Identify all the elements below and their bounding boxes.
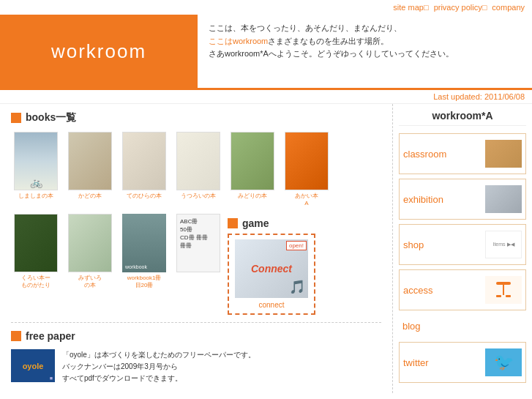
free-paper-content: oyole ■ 「oyole」は本づくりを楽しむためのフリーペーパーです。 バッ… [11, 349, 381, 384]
top-nav: site map□ privacy policy□ company [0, 0, 532, 15]
book-label: あかい本A [282, 193, 331, 206]
sidebar-item-blog[interactable]: blog [399, 315, 526, 338]
header: workroom ここは、本をつくったり、あそんだり、まなんだり、 ここはwor… [0, 15, 532, 90]
company-link[interactable]: company [492, 3, 525, 12]
list-item[interactable]: あかい本A [282, 132, 331, 206]
list-item[interactable]: てのひらの本 [119, 132, 169, 206]
stool-icon [496, 282, 511, 298]
book-label: workbook1冊目20冊 [119, 275, 169, 288]
header-description: ここは、本をつくったり、あそんだり、まなんだり、 ここはworkroomさまざま… [198, 15, 532, 88]
list-item[interactable]: workbook workbook1冊目20冊 [119, 214, 169, 315]
header-line2-rest: さまざまなものを生み出す場所。 [268, 37, 389, 45]
book-cover [231, 132, 274, 190]
free-paper-section-header: free paper [11, 330, 381, 342]
header-line2: ここはworkroomさまざまなものを生み出す場所。 [209, 35, 521, 48]
book-label: うつろいの本 [173, 193, 223, 200]
list-item[interactable]: うつろいの本 [173, 132, 223, 206]
books-grid: しましまの本 かどの本 てのひらの本 うつろいの本 みどりの本 あかい本A [11, 132, 381, 206]
book-label: みどりの本 [228, 193, 277, 200]
book-cover [14, 214, 58, 272]
twitter-bird-icon: 🐦 [494, 353, 514, 372]
book-label: みずいろの本 [65, 275, 115, 288]
list-item[interactable]: かどの本 [65, 132, 115, 206]
free-paper-description: 「oyole」は本づくりを楽しむためのフリーペーパーです。 バックナンバーは20… [62, 349, 255, 384]
book-label: てのひらの本 [119, 193, 169, 200]
book-label: くろい本ーものがたり [11, 275, 61, 288]
access-thumb [485, 276, 522, 304]
game-section: game open! Connect 🎵 connect [228, 217, 315, 315]
sidebar-thumb-shop: Items ▶◀ [485, 231, 522, 258]
book-cover [285, 132, 329, 190]
sidebar-item-label: exhibition [403, 194, 443, 205]
sidebar-item-label: access [403, 285, 432, 296]
list-item[interactable]: ABC冊 50冊 CD冊 冊冊 冊冊 [173, 214, 223, 315]
sidebar-thumb-access [485, 276, 522, 304]
book-cover [14, 132, 58, 190]
game-cover-text: Connect [251, 263, 292, 275]
main-content: books一覧 しましまの本 かどの本 てのひらの本 うつろいの本 [0, 104, 532, 393]
sidebar-item-shop[interactable]: shop Items ▶◀ [399, 224, 526, 265]
sidebar-thumb-classroom [485, 140, 522, 168]
game-icon [228, 218, 238, 228]
free-paper-icon [11, 331, 21, 341]
list-item[interactable]: しましまの本 [11, 132, 61, 206]
sidebar-item-classroom[interactable]: classroom [399, 133, 526, 174]
sidebar-item-twitter[interactable]: twitter 🐦 [399, 342, 526, 383]
twitter-thumb: 🐦 [485, 348, 522, 376]
free-paper-title: free paper [26, 330, 75, 342]
sidebar: workroom*A classroom exhibition shop Ite… [393, 104, 532, 393]
shop-thumb-text: Items ▶◀ [485, 231, 522, 258]
logo: workroom [51, 40, 146, 63]
sidebar-item-label: classroom [403, 149, 446, 160]
book-cover: workbook [122, 214, 166, 272]
header-line2-orange: ここはworkroom [209, 37, 268, 45]
sidebar-item-label: twitter [403, 357, 429, 368]
oyole-logo: oyole ■ [11, 349, 55, 382]
list-item[interactable]: みずいろの本 [65, 214, 115, 315]
books-row2: くろい本ーものがたり みずいろの本 workbook workbook1冊目20… [11, 214, 381, 315]
free-paper-desc-line2: バックナンバーは2009年3月号から [62, 361, 255, 373]
sidebar-item-label: shop [403, 239, 424, 250]
books-title: books一覧 [26, 111, 76, 124]
header-line3: さあworkroom*Aへようこそ。どうぞゆっくりしていってください。 [209, 48, 521, 61]
open-badge: open! [286, 241, 307, 250]
free-paper-desc-line3: すべてpdfでダウンロードできます。 [62, 373, 255, 384]
oyole-text: oyole [23, 362, 44, 370]
last-updated: Last updated: 2011/06/08 [0, 90, 532, 104]
list-item[interactable]: くろい本ーものがたり [11, 214, 61, 315]
book-label: しましまの本 [11, 193, 61, 200]
book-cover [176, 132, 220, 190]
book-label: かどの本 [65, 193, 115, 200]
books-icon [11, 113, 21, 123]
sidebar-title: workroom*A [399, 110, 526, 126]
game-item[interactable]: open! Connect 🎵 connect [228, 234, 315, 315]
game-label: connect [233, 301, 310, 309]
book-cover [122, 132, 166, 190]
section-divider [11, 322, 381, 323]
game-section-header: game [228, 217, 315, 229]
privacy-link[interactable]: privacy policy [434, 3, 482, 12]
book-cover [68, 214, 112, 272]
book-cover: ABC冊 50冊 CD冊 冊冊 冊冊 [176, 214, 220, 272]
free-paper-desc-line1: 「oyole」は本づくりを楽しむためのフリーペーパーです。 [62, 349, 255, 361]
book-cover [68, 132, 112, 190]
game-title: game [242, 217, 269, 229]
list-item[interactable]: みどりの本 [228, 132, 277, 206]
sidebar-item-label: blog [402, 321, 421, 332]
game-cover: open! Connect 🎵 [235, 239, 308, 298]
sidebar-thumb-twitter: 🐦 [485, 348, 522, 376]
sidebar-item-exhibition[interactable]: exhibition [399, 179, 526, 220]
content-area: books一覧 しましまの本 かどの本 てのひらの本 うつろいの本 [0, 104, 393, 393]
sidebar-item-access[interactable]: access [399, 269, 526, 310]
sidebar-thumb-exhibition [485, 185, 522, 213]
logo-area: workroom [0, 15, 198, 88]
books-section-header: books一覧 [11, 111, 381, 124]
header-line1: ここは、本をつくったり、あそんだり、まなんだり、 [209, 22, 521, 35]
sitemap-link[interactable]: site map [393, 3, 424, 12]
